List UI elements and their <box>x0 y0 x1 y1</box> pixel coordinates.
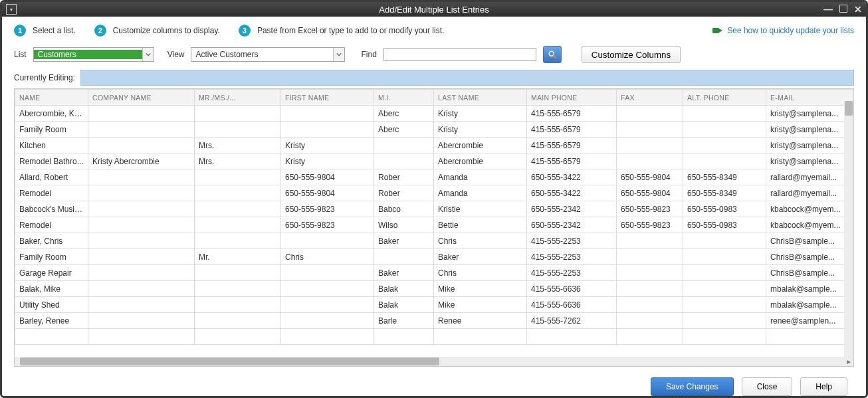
table-cell[interactable]: mbalak@sample... <box>766 297 854 313</box>
table-cell[interactable] <box>617 329 683 345</box>
table-cell[interactable] <box>88 138 195 153</box>
table-cell[interactable]: Abercrombie <box>434 138 527 153</box>
table-cell[interactable]: kristy@samplena... <box>766 138 854 153</box>
table-cell[interactable] <box>195 233 281 249</box>
table-cell[interactable] <box>281 281 374 297</box>
table-cell[interactable] <box>88 122 195 138</box>
table-cell[interactable]: Kitchen <box>15 138 88 153</box>
table-cell[interactable] <box>195 281 281 297</box>
table-cell[interactable]: Chris <box>281 249 374 265</box>
table-cell[interactable]: Allard, Robert <box>15 169 88 185</box>
column-header[interactable]: MAIN PHONE <box>527 90 617 106</box>
table-cell[interactable]: 650-555-0983 <box>683 201 766 217</box>
table-cell[interactable]: rallard@myemail... <box>766 185 854 201</box>
table-cell[interactable] <box>281 313 374 329</box>
table-cell[interactable]: 650-555-9804 <box>281 169 374 185</box>
maximize-button[interactable] <box>839 4 847 15</box>
table-cell[interactable]: Wilso <box>374 217 434 233</box>
table-cell[interactable]: kristy@samplena... <box>766 122 854 138</box>
table-cell[interactable]: Balak <box>374 297 434 313</box>
table-cell[interactable]: Abercrombie <box>434 153 527 169</box>
table-cell[interactable]: 650-555-3422 <box>527 185 617 201</box>
table-cell[interactable] <box>195 329 281 345</box>
table-cell[interactable]: 650-555-0983 <box>683 217 766 233</box>
table-cell[interactable]: Kristy <box>434 106 527 122</box>
find-input[interactable] <box>383 48 536 61</box>
table-cell[interactable]: 650-555-8349 <box>683 185 766 201</box>
table-cell[interactable] <box>88 185 195 201</box>
table-cell[interactable] <box>15 329 88 345</box>
scroll-thumb[interactable] <box>845 101 853 116</box>
table-cell[interactable]: Kristy Abercrombie <box>88 153 195 169</box>
table-cell[interactable]: Barley, Renee <box>15 313 88 329</box>
table-cell[interactable] <box>683 313 766 329</box>
table-cell[interactable]: Babco <box>374 201 434 217</box>
table-cell[interactable]: 650-555-9823 <box>281 201 374 217</box>
column-header[interactable]: FIRST NAME <box>281 90 374 106</box>
table-cell[interactable] <box>88 297 195 313</box>
table-row[interactable]: Balak, MikeBalakMike415-555-6636mbalak@s… <box>15 281 854 297</box>
table-cell[interactable]: 650-555-8349 <box>683 169 766 185</box>
table-cell[interactable]: Mrs. <box>195 153 281 169</box>
table-cell[interactable] <box>88 249 195 265</box>
table-cell[interactable]: Remodel Bathro... <box>15 153 88 169</box>
table-cell[interactable]: Balak <box>374 281 434 297</box>
table-cell[interactable]: 415-555-6579 <box>527 106 617 122</box>
table-cell[interactable] <box>88 265 195 281</box>
table-cell[interactable]: 650-555-9823 <box>617 217 683 233</box>
table-cell[interactable] <box>195 122 281 138</box>
table-cell[interactable] <box>88 106 195 122</box>
table-cell[interactable] <box>617 265 683 281</box>
table-cell[interactable]: Mrs. <box>195 138 281 153</box>
table-cell[interactable]: 415-555-2253 <box>527 233 617 249</box>
table-cell[interactable] <box>195 185 281 201</box>
table-cell[interactable]: Remodel <box>15 185 88 201</box>
scroll-thumb[interactable] <box>20 357 439 365</box>
table-cell[interactable]: Balak, Mike <box>15 281 88 297</box>
help-button[interactable]: Help <box>800 377 847 396</box>
table-cell[interactable] <box>683 153 766 169</box>
table-cell[interactable]: Kristie <box>434 201 527 217</box>
table-cell[interactable]: 650-555-9804 <box>617 185 683 201</box>
table-cell[interactable] <box>88 169 195 185</box>
table-cell[interactable] <box>527 329 617 345</box>
table-cell[interactable] <box>281 297 374 313</box>
table-row[interactable]: Allard, Robert650-555-9804RoberAmanda650… <box>15 169 854 185</box>
table-cell[interactable]: 650-555-9823 <box>281 217 374 233</box>
table-cell[interactable]: kbabcock@myem... <box>766 217 854 233</box>
table-cell[interactable]: Kristy <box>281 153 374 169</box>
table-cell[interactable]: Bettie <box>434 217 527 233</box>
table-cell[interactable] <box>683 329 766 345</box>
save-changes-button[interactable]: Save Changes <box>651 377 734 396</box>
table-cell[interactable]: 415-555-2253 <box>527 265 617 281</box>
table-cell[interactable]: 415-555-7262 <box>527 313 617 329</box>
chevron-down-icon[interactable] <box>142 48 154 61</box>
table-cell[interactable] <box>683 233 766 249</box>
table-cell[interactable] <box>766 329 854 345</box>
close-button[interactable]: Close <box>742 377 793 396</box>
table-cell[interactable]: Baker, Chris <box>15 233 88 249</box>
table-cell[interactable] <box>374 138 434 153</box>
vertical-scrollbar[interactable] <box>844 101 853 357</box>
table-cell[interactable] <box>195 217 281 233</box>
column-header[interactable]: M.I. <box>374 90 434 106</box>
table-cell[interactable]: 650-555-9823 <box>617 201 683 217</box>
table-cell[interactable]: Mike <box>434 297 527 313</box>
table-cell[interactable]: ChrisB@sample... <box>766 233 854 249</box>
table-cell[interactable] <box>617 297 683 313</box>
table-cell[interactable]: Chris <box>434 233 527 249</box>
table-row[interactable]: Barley, ReneeBarleRenee415-555-7262renee… <box>15 313 854 329</box>
column-header[interactable]: NAME <box>15 90 88 106</box>
table-row[interactable]: Family RoomMr.ChrisBaker415-555-2253Chri… <box>15 249 854 265</box>
table-cell[interactable] <box>88 313 195 329</box>
table-cell[interactable] <box>617 153 683 169</box>
list-dropdown[interactable]: Customers <box>33 47 154 62</box>
table-cell[interactable]: 415-555-6636 <box>527 281 617 297</box>
table-cell[interactable] <box>617 313 683 329</box>
system-menu-icon[interactable]: ▾ <box>6 4 17 15</box>
table-cell[interactable]: Mike <box>434 281 527 297</box>
table-cell[interactable] <box>281 233 374 249</box>
table-cell[interactable]: mbalak@sample... <box>766 281 854 297</box>
table-cell[interactable] <box>374 329 434 345</box>
table-cell[interactable]: kristy@samplena... <box>766 106 854 122</box>
